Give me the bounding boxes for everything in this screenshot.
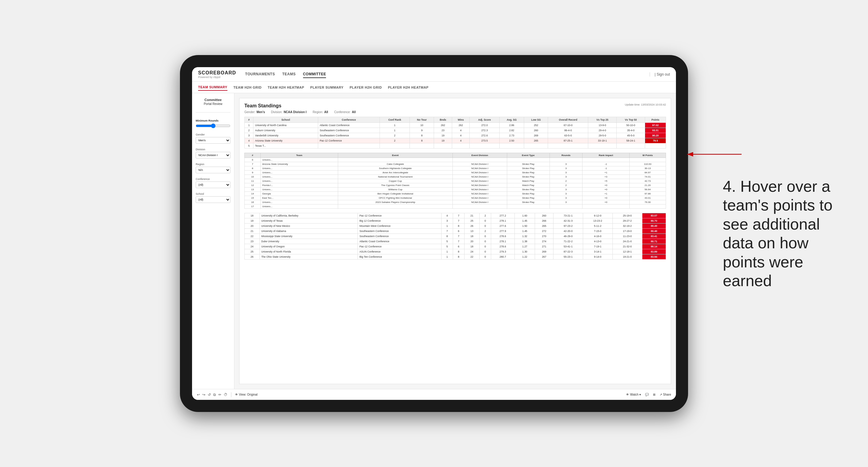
edit-icon[interactable]: ✏ <box>218 393 221 397</box>
comment-btn[interactable]: 💬 <box>645 393 649 396</box>
committee-subtitle: Portal Review <box>196 102 230 105</box>
logo-title: SCOREBOARD <box>198 70 236 75</box>
tooltip-row[interactable]: 13Univers...Williams CupNCAA Division IS… <box>245 188 666 192</box>
table-row[interactable]: 22 Mississippi State University Southeas… <box>245 234 666 239</box>
tooltip-row[interactable]: 15East Tec...OFCC Fighting Illini Invita… <box>245 196 666 200</box>
copy-icon[interactable]: ⧉ <box>213 393 216 397</box>
gender-select[interactable]: Men's <box>196 137 230 144</box>
table-row[interactable]: 3 Vanderbilt University Southeastern Con… <box>245 133 666 138</box>
tooltip-row[interactable]: 10Univers...National Invitational Tourna… <box>245 175 666 179</box>
gender-label: Gender <box>196 133 230 136</box>
min-rounds-label: Minimum Rounds <box>196 119 230 122</box>
division-label: Division <box>196 148 230 151</box>
bottom-toolbar: ↩ ↪ ↺ ⧉ ✏ ⏱ 👁 View: Original 👁 Watch ▾ � <box>192 389 676 400</box>
col-adj-score: Adj. Score <box>470 117 500 123</box>
subnav-team-summary[interactable]: TEAM SUMMARY <box>198 84 227 91</box>
report-container: Team Standings Gender: Men's Division: N… <box>239 98 671 384</box>
watch-icon: 👁 <box>626 393 629 396</box>
subnav-player-summary[interactable]: PLAYER SUMMARY <box>310 84 344 90</box>
col-low-sg: Low SG <box>524 117 548 123</box>
filter-conference: Conference: All <box>334 111 356 114</box>
col-vs25: Vs Top 25 <box>588 117 617 123</box>
table-row[interactable]: 1 University of North Carolina Atlantic … <box>245 123 666 128</box>
tooltip-row[interactable]: 8Univers...Southern Highlands Collegiate… <box>245 166 666 170</box>
sign-out-link[interactable]: | Sign out <box>650 72 670 76</box>
report-filters: Gender: Men's Division: NCAA Division I … <box>244 111 356 114</box>
main-nav: TOURNAMENTS TEAMS COMMITTEE <box>245 71 650 78</box>
division-select[interactable]: NCAA Division I <box>196 152 230 158</box>
share-btn[interactable]: ↗ Share <box>660 393 671 396</box>
view-original-btn[interactable]: 👁 View: Original <box>235 393 258 396</box>
table-row[interactable]: 26 The Ohio State University Big Ten Con… <box>245 254 666 259</box>
col-avg-sg: Avg. SG <box>499 117 524 123</box>
tooltip-row[interactable]: 7Arizona State UniversityCabo Collegiate… <box>245 162 666 166</box>
col-points: Points <box>645 117 666 123</box>
tooltip-row[interactable]: 9Univers...Amer Arc IntercollegiateNCAA … <box>245 170 666 175</box>
school-select[interactable]: (All) <box>196 196 230 203</box>
tooltip-row[interactable]: 6Univers... <box>245 158 666 162</box>
table-row[interactable]: 21 University of Alabama Southeastern Co… <box>245 229 666 234</box>
filter-division: Division: NCAA Division I <box>271 111 307 114</box>
toolbar-right: 👁 Watch ▾ 💬 ⊞ ↗ Share <box>626 393 671 396</box>
report-title: Team Standings <box>244 103 356 108</box>
clock-icon[interactable]: ⏱ <box>224 393 227 397</box>
view-icon: 👁 <box>235 393 238 396</box>
logo-area: SCOREBOARD Powered by clippd <box>198 70 236 79</box>
undo-icon[interactable]: ↩ <box>197 393 200 397</box>
tooltip-row[interactable]: 16Univers...2023 Sahalee Players Champio… <box>245 200 666 205</box>
subnav-team-h2h-grid[interactable]: TEAM H2H GRID <box>234 84 261 90</box>
min-rounds-slider[interactable] <box>196 123 230 128</box>
tooltip-col-type: Event Type <box>507 153 550 158</box>
grid-btn[interactable]: ⊞ <box>653 393 655 396</box>
tooltip-col-rounds: Rounds <box>550 153 582 158</box>
watch-chevron-icon: ▾ <box>639 393 641 396</box>
tooltip-col-impact: Rank Impact <box>583 153 630 158</box>
subnav-player-h2h-heatmap[interactable]: PLAYER H2H HEATMAP <box>388 84 429 90</box>
share-icon: ↗ <box>660 393 662 396</box>
table-row[interactable]: 23 Duke University Atlantic Coast Confer… <box>245 239 666 244</box>
redo-icon[interactable]: ↪ <box>202 393 205 397</box>
table-row[interactable]: 24 University of Oregon Pac-12 Conferenc… <box>245 244 666 249</box>
table-row-highlighted[interactable]: 4 Arizona State University Pac-12 Confer… <box>245 138 666 143</box>
table-row[interactable]: 19 University of Texas Big 12 Conference… <box>245 218 666 223</box>
region-select[interactable]: N/A <box>196 167 230 173</box>
filter-region: Region: All <box>313 111 328 114</box>
filter-gender: Gender: Men's <box>244 111 265 114</box>
conference-select[interactable]: (All) <box>196 182 230 188</box>
app-header: SCOREBOARD Powered by clippd TOURNAMENTS… <box>192 67 676 82</box>
table-row[interactable]: 2 Auburn University Southeastern Confere… <box>245 128 666 133</box>
update-time: Update time: 13/03/2024 10:03:42 <box>625 103 666 106</box>
committee-title: Committee <box>196 98 230 102</box>
watch-btn[interactable]: 👁 Watch ▾ <box>626 393 641 396</box>
nav-teams[interactable]: TEAMS <box>282 71 296 78</box>
sidebar: Committee Portal Review Minimum Rounds G… <box>192 93 235 389</box>
tooltip-col-event: Event <box>338 153 453 158</box>
table-row[interactable]: 25 University of North Florida ASUN Conf… <box>245 249 666 254</box>
nav-committee[interactable]: COMMITTEE <box>303 71 326 78</box>
tooltip-row[interactable]: 12Florida I...The Cypress Point ClassicN… <box>245 183 666 188</box>
reset-icon[interactable]: ↺ <box>208 393 211 397</box>
table-row[interactable]: 18 University of California, Berkeley Pa… <box>245 213 666 218</box>
toolbar-icons-left: ↩ ↪ ↺ ⧉ ✏ ⏱ <box>197 393 227 397</box>
standings-table-top: # School Conference Conf Rank No Tour Bn… <box>244 117 666 149</box>
content-area: Committee Portal Review Minimum Rounds G… <box>192 93 676 389</box>
report-header: Team Standings Gender: Men's Division: N… <box>244 103 666 114</box>
tooltip-row[interactable]: 11Univers...Copper CupNCAA Division IMat… <box>245 179 666 183</box>
col-rank: # <box>245 117 253 123</box>
col-wins: Wins <box>452 117 470 123</box>
tooltip-col-wpoints: W Points <box>629 153 666 158</box>
tablet-screen: SCOREBOARD Powered by clippd TOURNAMENTS… <box>192 67 676 400</box>
subnav-team-h2h-heatmap[interactable]: TEAM H2H HEATMAP <box>268 84 304 90</box>
table-row[interactable]: 5 Texas T... <box>245 143 666 149</box>
annotation-area: 4. Hover over a team's points to see add… <box>723 177 850 290</box>
subnav-player-h2h-grid[interactable]: PLAYER H2H GRID <box>350 84 382 90</box>
conference-label: Conference <box>196 178 230 181</box>
nav-tournaments[interactable]: TOURNAMENTS <box>245 71 275 78</box>
annotation-text: 4. Hover over a team's points to see add… <box>723 177 850 290</box>
table-row[interactable]: 20 University of New Mexico Mountain Wes… <box>245 223 666 229</box>
tablet-device: SCOREBOARD Powered by clippd TOURNAMENTS… <box>180 55 688 412</box>
tooltip-row[interactable]: 14GeorgiaBen Hogan Collegiate Invitation… <box>245 192 666 196</box>
col-overall: Overall Record <box>548 117 588 123</box>
tooltip-row[interactable]: 17Univers... <box>245 205 666 209</box>
red-arrow <box>681 148 748 160</box>
